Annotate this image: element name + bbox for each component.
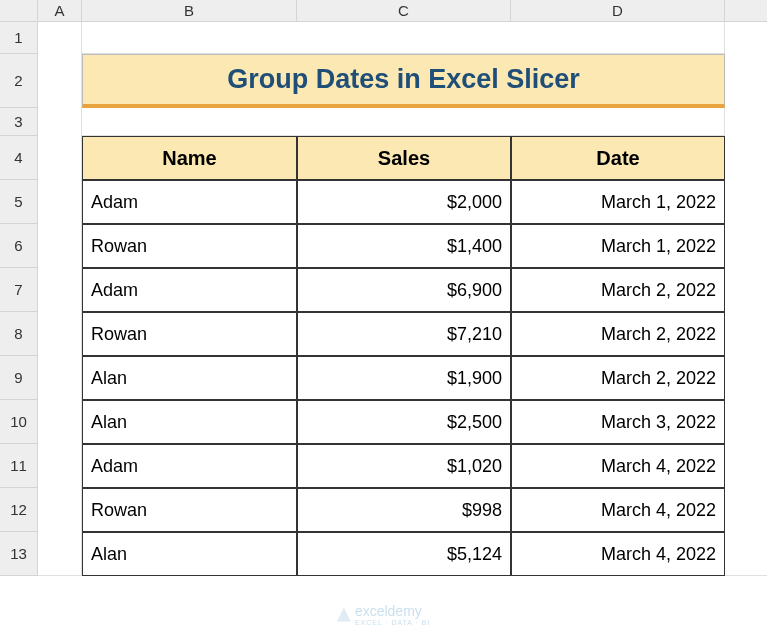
- row-header-3[interactable]: 3: [0, 108, 38, 136]
- table-cell[interactable]: Alan: [82, 400, 297, 444]
- table-cell[interactable]: $2,000: [297, 180, 511, 224]
- table-cell[interactable]: March 1, 2022: [511, 224, 725, 268]
- table-cell[interactable]: Rowan: [82, 488, 297, 532]
- table-cell[interactable]: Rowan: [82, 224, 297, 268]
- cell[interactable]: [725, 22, 767, 576]
- table-cell[interactable]: March 2, 2022: [511, 356, 725, 400]
- col-header-d[interactable]: D: [511, 0, 725, 22]
- table-cell[interactable]: Adam: [82, 444, 297, 488]
- table-cell[interactable]: $1,400: [297, 224, 511, 268]
- row-header-10[interactable]: 10: [0, 400, 38, 444]
- row-header-6[interactable]: 6: [0, 224, 38, 268]
- col-header-b[interactable]: B: [82, 0, 297, 22]
- table-cell[interactable]: $1,900: [297, 356, 511, 400]
- watermark: exceldemy EXCEL · DATA · BI: [337, 603, 430, 626]
- col-header-empty: [725, 0, 767, 22]
- table-cell[interactable]: March 1, 2022: [511, 180, 725, 224]
- table-cell[interactable]: $998: [297, 488, 511, 532]
- table-cell[interactable]: Adam: [82, 180, 297, 224]
- table-cell[interactable]: March 4, 2022: [511, 488, 725, 532]
- table-header-date[interactable]: Date: [511, 136, 725, 180]
- watermark-sub: EXCEL · DATA · BI: [355, 619, 430, 626]
- table-cell[interactable]: $7,210: [297, 312, 511, 356]
- row-header-4[interactable]: 4: [0, 136, 38, 180]
- row-header-11[interactable]: 11: [0, 444, 38, 488]
- select-all-corner[interactable]: [0, 0, 38, 22]
- row-header-12[interactable]: 12: [0, 488, 38, 532]
- table-cell[interactable]: Rowan: [82, 312, 297, 356]
- row-header-5[interactable]: 5: [0, 180, 38, 224]
- table-cell[interactable]: March 4, 2022: [511, 444, 725, 488]
- table-cell[interactable]: $2,500: [297, 400, 511, 444]
- row-header-8[interactable]: 8: [0, 312, 38, 356]
- col-header-c[interactable]: C: [297, 0, 511, 22]
- cell[interactable]: [82, 22, 725, 54]
- table-cell[interactable]: March 2, 2022: [511, 268, 725, 312]
- row-header-7[interactable]: 7: [0, 268, 38, 312]
- page-title[interactable]: Group Dates in Excel Slicer: [82, 54, 725, 108]
- cell[interactable]: [82, 108, 725, 136]
- row-header-1[interactable]: 1: [0, 22, 38, 54]
- table-cell[interactable]: Alan: [82, 356, 297, 400]
- table-cell[interactable]: Adam: [82, 268, 297, 312]
- row-header-13[interactable]: 13: [0, 532, 38, 576]
- table-cell[interactable]: March 2, 2022: [511, 312, 725, 356]
- row-header-2[interactable]: 2: [0, 54, 38, 108]
- watermark-brand: exceldemy: [355, 603, 422, 619]
- table-header-sales[interactable]: Sales: [297, 136, 511, 180]
- cell[interactable]: [38, 22, 82, 576]
- table-cell[interactable]: March 3, 2022: [511, 400, 725, 444]
- row-header-9[interactable]: 9: [0, 356, 38, 400]
- table-cell[interactable]: Alan: [82, 532, 297, 576]
- table-header-name[interactable]: Name: [82, 136, 297, 180]
- table-cell[interactable]: $6,900: [297, 268, 511, 312]
- chart-icon: [337, 608, 351, 622]
- col-header-a[interactable]: A: [38, 0, 82, 22]
- table-cell[interactable]: $5,124: [297, 532, 511, 576]
- table-cell[interactable]: $1,020: [297, 444, 511, 488]
- spreadsheet-grid: A B C D 1 2 3 4 5 6 7 8 9 10 11 12 13 Gr…: [0, 0, 767, 576]
- table-cell[interactable]: March 4, 2022: [511, 532, 725, 576]
